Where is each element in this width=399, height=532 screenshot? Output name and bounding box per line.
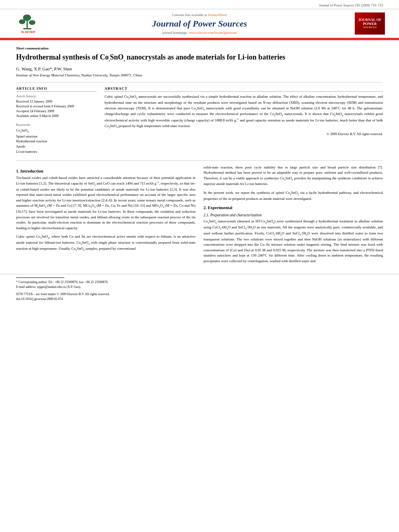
- header-banner: ELSEVIER Contents lists available at Sci…: [0, 9, 399, 39]
- svg-text:ELSEVIER: ELSEVIER: [21, 31, 35, 33]
- article-type: Short communication: [16, 46, 383, 50]
- abstract-label: ABSTRACT: [105, 86, 383, 92]
- copyright-line: © 2009 Elsevier B.V. All rights reserved…: [105, 132, 383, 136]
- contents-line: Contents lists available at ScienceDirec…: [44, 13, 355, 17]
- intro-heading: 1. Introduction: [16, 169, 195, 173]
- body-col-left: 1. Introduction Tin-based oxides and cob…: [16, 165, 195, 264]
- article-title: Hydrothermal synthesis of Co2SnO4 nanocr…: [16, 53, 383, 62]
- svg-point-3: [19, 19, 25, 24]
- journal-logo-area: JOURNAL OF POWER SOURCES: [355, 12, 387, 35]
- body-col-right: solid-state reaction, show poor cycle st…: [204, 165, 383, 264]
- footnote-divider: [16, 277, 64, 278]
- exp-heading: 2. Experimental: [204, 205, 383, 210]
- keywords-label: Keywords:: [16, 123, 97, 127]
- elsevier-logo-svg: ELSEVIER: [12, 14, 44, 34]
- received-date-2: Received in revised form 9 February 2009: [16, 104, 97, 109]
- abstract-column: ABSTRACT Cubic spinel Co2SnO4 nanocrysta…: [105, 86, 383, 154]
- journal-logo-box: JOURNAL OF POWER SOURCES: [355, 12, 385, 35]
- article-info-column: ARTICLE INFO Article history: Received 1…: [16, 86, 97, 154]
- footnote-star: * Corresponding author. Tel.: +86 22 235…: [16, 280, 383, 285]
- footnote-email: E-mail address: xpgao@nankai.edu.cn (X.P…: [16, 285, 383, 290]
- journal-title: Journal of Power Sources: [44, 18, 355, 29]
- contents-line-text: Contents lists available at: [172, 13, 207, 17]
- intro-paragraph-1: Tin-based oxides and cobalt-based oxides…: [16, 175, 195, 231]
- footer-doi: doi:10.1016/j.jpowsour.2009.02.074: [16, 297, 383, 302]
- svg-point-4: [29, 20, 35, 25]
- footer-issn: 0378-7753/$ – see front matter © 2009 El…: [16, 292, 383, 297]
- homepage-url[interactable]: www.elsevier.com/locate/jpowsour: [189, 31, 237, 35]
- divider-2: [16, 160, 383, 161]
- logo-line3: SOURCES: [363, 26, 376, 29]
- received-date-1: Received 12 January 2009: [16, 99, 97, 104]
- article-info-abstract-row: ARTICLE INFO Article history: Received 1…: [16, 86, 383, 154]
- article-history-label: Article history:: [16, 94, 97, 98]
- intro-paragraph-2: Cubic spinel Co2SnO4, where both Co and …: [16, 234, 195, 252]
- footer-area: * Corresponding author. Tel.: +86 22 235…: [0, 274, 399, 305]
- intro-col2-paragraph-2: In the present work, we report the synth…: [204, 190, 383, 201]
- authors: G. Wang, X.P. Gao*, P.W. Shen: [16, 66, 383, 71]
- intro-col2-paragraph-1: solid-state reaction, show poor cycle st…: [204, 165, 383, 187]
- exp-paragraph-1: Co2SnO4 nanocrystals (denoted as HT-Co2S…: [204, 219, 383, 264]
- affiliation: Institute of New Energy Material Chemist…: [16, 73, 383, 77]
- journal-reference: Journal of Power Sources 192 (2009) 719–…: [0, 0, 399, 9]
- journal-homepage: journal homepage: www.elsevier.com/locat…: [44, 31, 355, 35]
- homepage-label: journal homepage:: [162, 31, 188, 35]
- svg-rect-5: [23, 28, 31, 29]
- journal-ref-text: Journal of Power Sources 192 (2009) 719–…: [319, 3, 383, 7]
- header-center: Contents lists available at ScienceDirec…: [44, 13, 355, 35]
- article-info-label: ARTICLE INFO: [16, 86, 97, 92]
- accepted-date: Accepted 24 February 2009: [16, 109, 97, 114]
- page: Journal of Power Sources 192 (2009) 719–…: [0, 0, 399, 532]
- sciencedirect-link[interactable]: ScienceDirect: [208, 13, 227, 17]
- exp-sub-heading: 2.1. Preparation and characterization: [204, 213, 383, 217]
- elsevier-logo-area: ELSEVIER: [12, 14, 44, 34]
- body-text-area: 1. Introduction Tin-based oxides and cob…: [16, 165, 383, 264]
- logo-line2: POWER: [363, 22, 376, 26]
- available-online: Available online 9 March 2009: [16, 114, 97, 119]
- keywords-list: Co2SnO4 Spinel structure Hydrothermal re…: [16, 128, 97, 154]
- main-content: Short communication Hydrothermal synthes…: [0, 40, 399, 270]
- divider-1: [16, 82, 383, 82]
- abstract-text: Cubic spinel Co2SnO4 nanocrystals are su…: [105, 94, 383, 129]
